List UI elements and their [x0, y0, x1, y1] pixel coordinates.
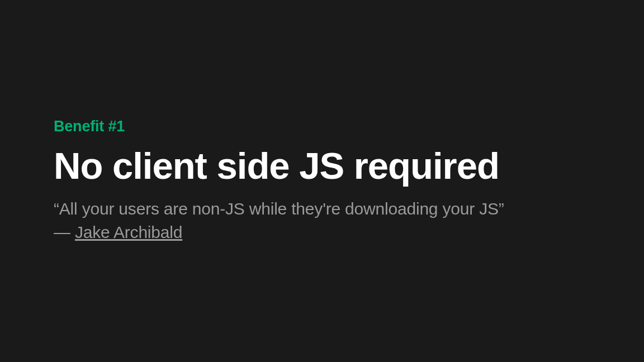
attribution-prefix: — [54, 223, 75, 241]
quote-block: “All your users are non-JS while they're… [54, 197, 610, 244]
author-link[interactable]: Jake Archibald [75, 223, 182, 241]
quote-text: “All your users are non-JS while they're… [54, 197, 610, 221]
slide-title: No client side JS required [54, 145, 610, 187]
slide-eyebrow: Benefit #1 [54, 118, 610, 135]
quote-attribution: — Jake Archibald [54, 221, 610, 244]
